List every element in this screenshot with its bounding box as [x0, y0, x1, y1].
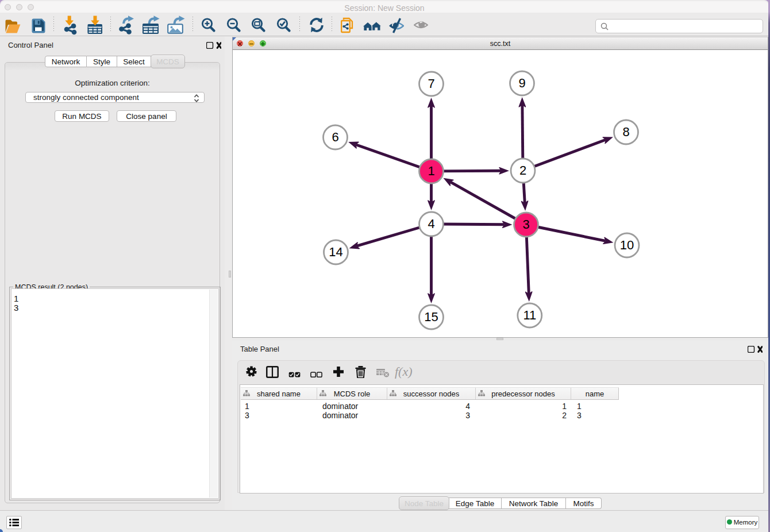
svg-text:15: 15: [424, 310, 438, 324]
svg-text:8: 8: [622, 125, 629, 139]
svg-text:6: 6: [332, 130, 338, 144]
svg-text:14: 14: [329, 245, 342, 259]
svg-text:9: 9: [518, 76, 525, 90]
svg-text:10: 10: [620, 238, 634, 252]
svg-text:3: 3: [522, 217, 529, 232]
svg-text:11: 11: [523, 308, 536, 322]
svg-text:7: 7: [428, 76, 434, 91]
svg-text:1: 1: [428, 164, 434, 178]
svg-text:2: 2: [519, 163, 526, 178]
svg-text:4: 4: [428, 217, 434, 231]
